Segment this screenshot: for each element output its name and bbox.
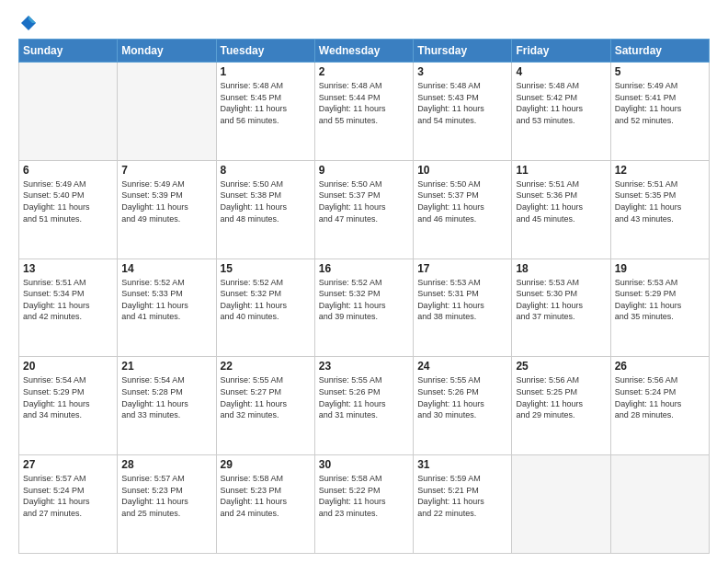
- calendar-cell: 8Sunrise: 5:50 AM Sunset: 5:38 PM Daylig…: [216, 160, 314, 259]
- day-number: 21: [121, 360, 211, 373]
- day-info: Sunrise: 5:58 AM Sunset: 5:23 PM Dayligh…: [221, 473, 311, 519]
- calendar-cell: 20Sunrise: 5:54 AM Sunset: 5:29 PM Dayli…: [19, 357, 118, 455]
- day-info: Sunrise: 5:53 AM Sunset: 5:29 PM Dayligh…: [615, 277, 705, 323]
- calendar-cell: 11Sunrise: 5:51 AM Sunset: 5:36 PM Dayli…: [512, 160, 610, 259]
- calendar-table: SundayMondayTuesdayWednesdayThursdayFrid…: [18, 39, 710, 554]
- day-info: Sunrise: 5:49 AM Sunset: 5:41 PM Dayligh…: [615, 80, 705, 126]
- day-number: 10: [417, 164, 507, 177]
- calendar-cell: 23Sunrise: 5:55 AM Sunset: 5:26 PM Dayli…: [314, 357, 413, 455]
- calendar-cell: 24Sunrise: 5:55 AM Sunset: 5:26 PM Dayli…: [414, 357, 512, 455]
- day-number: 30: [319, 458, 409, 471]
- day-info: Sunrise: 5:55 AM Sunset: 5:27 PM Dayligh…: [221, 374, 311, 420]
- calendar-cell: 14Sunrise: 5:52 AM Sunset: 5:33 PM Dayli…: [118, 259, 216, 357]
- week-row-5: 27Sunrise: 5:57 AM Sunset: 5:24 PM Dayli…: [19, 455, 710, 554]
- day-info: Sunrise: 5:55 AM Sunset: 5:26 PM Dayligh…: [417, 374, 507, 420]
- day-info: Sunrise: 5:48 AM Sunset: 5:43 PM Dayligh…: [417, 80, 507, 126]
- day-number: 5: [615, 65, 705, 78]
- logo-icon: [20, 15, 37, 31]
- day-info: Sunrise: 5:52 AM Sunset: 5:32 PM Dayligh…: [221, 277, 311, 323]
- day-info: Sunrise: 5:57 AM Sunset: 5:24 PM Dayligh…: [23, 473, 113, 519]
- week-row-1: 1Sunrise: 5:48 AM Sunset: 5:45 PM Daylig…: [19, 63, 710, 161]
- day-number: 3: [417, 65, 507, 78]
- day-number: 14: [121, 262, 211, 275]
- day-info: Sunrise: 5:51 AM Sunset: 5:34 PM Dayligh…: [23, 277, 113, 323]
- day-number: 11: [516, 164, 606, 177]
- day-number: 23: [319, 360, 409, 373]
- logo: [18, 15, 37, 31]
- calendar-cell: 28Sunrise: 5:57 AM Sunset: 5:23 PM Dayli…: [118, 455, 216, 554]
- calendar-cell: 9Sunrise: 5:50 AM Sunset: 5:37 PM Daylig…: [314, 160, 413, 259]
- calendar-cell: 16Sunrise: 5:52 AM Sunset: 5:32 PM Dayli…: [314, 259, 413, 357]
- calendar-cell: 6Sunrise: 5:49 AM Sunset: 5:40 PM Daylig…: [19, 160, 118, 259]
- calendar-cell: [610, 455, 709, 554]
- calendar-cell: 2Sunrise: 5:48 AM Sunset: 5:44 PM Daylig…: [314, 63, 413, 161]
- day-number: 27: [23, 458, 113, 471]
- day-info: Sunrise: 5:56 AM Sunset: 5:25 PM Dayligh…: [516, 374, 606, 420]
- day-info: Sunrise: 5:52 AM Sunset: 5:33 PM Dayligh…: [121, 277, 211, 323]
- day-info: Sunrise: 5:48 AM Sunset: 5:45 PM Dayligh…: [221, 80, 311, 126]
- day-info: Sunrise: 5:48 AM Sunset: 5:44 PM Dayligh…: [319, 80, 409, 126]
- calendar-cell: 5Sunrise: 5:49 AM Sunset: 5:41 PM Daylig…: [610, 63, 709, 161]
- day-number: 28: [121, 458, 211, 471]
- calendar-cell: 26Sunrise: 5:56 AM Sunset: 5:24 PM Dayli…: [610, 357, 709, 455]
- day-number: 15: [221, 262, 311, 275]
- day-info: Sunrise: 5:52 AM Sunset: 5:32 PM Dayligh…: [319, 277, 409, 323]
- day-number: 17: [417, 262, 507, 275]
- day-info: Sunrise: 5:54 AM Sunset: 5:29 PM Dayligh…: [23, 374, 113, 420]
- calendar-cell: [118, 63, 216, 161]
- day-number: 19: [615, 262, 705, 275]
- day-number: 6: [23, 164, 113, 177]
- day-info: Sunrise: 5:57 AM Sunset: 5:23 PM Dayligh…: [121, 473, 211, 519]
- day-info: Sunrise: 5:53 AM Sunset: 5:31 PM Dayligh…: [417, 277, 507, 323]
- day-number: 2: [319, 65, 409, 78]
- day-info: Sunrise: 5:50 AM Sunset: 5:38 PM Dayligh…: [221, 178, 311, 224]
- calendar-cell: 30Sunrise: 5:58 AM Sunset: 5:22 PM Dayli…: [314, 455, 413, 554]
- day-info: Sunrise: 5:49 AM Sunset: 5:39 PM Dayligh…: [121, 178, 211, 224]
- week-row-3: 13Sunrise: 5:51 AM Sunset: 5:34 PM Dayli…: [19, 259, 710, 357]
- calendar-cell: [19, 63, 118, 161]
- weekday-header-wednesday: Wednesday: [314, 40, 413, 63]
- day-info: Sunrise: 5:50 AM Sunset: 5:37 PM Dayligh…: [417, 178, 507, 224]
- day-info: Sunrise: 5:49 AM Sunset: 5:40 PM Dayligh…: [23, 178, 113, 224]
- day-info: Sunrise: 5:51 AM Sunset: 5:35 PM Dayligh…: [615, 178, 705, 224]
- calendar-cell: 17Sunrise: 5:53 AM Sunset: 5:31 PM Dayli…: [414, 259, 512, 357]
- day-number: 12: [615, 164, 705, 177]
- day-number: 25: [516, 360, 606, 373]
- calendar-cell: 12Sunrise: 5:51 AM Sunset: 5:35 PM Dayli…: [610, 160, 709, 259]
- day-number: 18: [516, 262, 606, 275]
- calendar-header-row: SundayMondayTuesdayWednesdayThursdayFrid…: [19, 40, 710, 63]
- day-number: 1: [221, 65, 311, 78]
- calendar-cell: 19Sunrise: 5:53 AM Sunset: 5:29 PM Dayli…: [610, 259, 709, 357]
- day-info: Sunrise: 5:48 AM Sunset: 5:42 PM Dayligh…: [516, 80, 606, 126]
- calendar-cell: 4Sunrise: 5:48 AM Sunset: 5:42 PM Daylig…: [512, 63, 610, 161]
- day-number: 9: [319, 164, 409, 177]
- page: SundayMondayTuesdayWednesdayThursdayFrid…: [0, 0, 728, 563]
- day-info: Sunrise: 5:55 AM Sunset: 5:26 PM Dayligh…: [319, 374, 409, 420]
- calendar-cell: 31Sunrise: 5:59 AM Sunset: 5:21 PM Dayli…: [414, 455, 512, 554]
- weekday-header-tuesday: Tuesday: [216, 40, 314, 63]
- day-number: 26: [615, 360, 705, 373]
- calendar-cell: 22Sunrise: 5:55 AM Sunset: 5:27 PM Dayli…: [216, 357, 314, 455]
- day-number: 16: [319, 262, 409, 275]
- day-info: Sunrise: 5:53 AM Sunset: 5:30 PM Dayligh…: [516, 277, 606, 323]
- calendar-cell: 7Sunrise: 5:49 AM Sunset: 5:39 PM Daylig…: [118, 160, 216, 259]
- weekday-header-sunday: Sunday: [19, 40, 118, 63]
- day-number: 31: [417, 458, 507, 471]
- day-info: Sunrise: 5:50 AM Sunset: 5:37 PM Dayligh…: [319, 178, 409, 224]
- weekday-header-friday: Friday: [512, 40, 610, 63]
- header: [18, 15, 710, 31]
- day-number: 13: [23, 262, 113, 275]
- day-info: Sunrise: 5:59 AM Sunset: 5:21 PM Dayligh…: [417, 473, 507, 519]
- weekday-header-saturday: Saturday: [610, 40, 709, 63]
- week-row-4: 20Sunrise: 5:54 AM Sunset: 5:29 PM Dayli…: [19, 357, 710, 455]
- day-number: 8: [221, 164, 311, 177]
- calendar-cell: 15Sunrise: 5:52 AM Sunset: 5:32 PM Dayli…: [216, 259, 314, 357]
- day-info: Sunrise: 5:58 AM Sunset: 5:22 PM Dayligh…: [319, 473, 409, 519]
- day-number: 7: [121, 164, 211, 177]
- day-number: 24: [417, 360, 507, 373]
- weekday-header-monday: Monday: [118, 40, 216, 63]
- calendar-cell: [512, 455, 610, 554]
- week-row-2: 6Sunrise: 5:49 AM Sunset: 5:40 PM Daylig…: [19, 160, 710, 259]
- calendar-cell: 27Sunrise: 5:57 AM Sunset: 5:24 PM Dayli…: [19, 455, 118, 554]
- calendar-cell: 21Sunrise: 5:54 AM Sunset: 5:28 PM Dayli…: [118, 357, 216, 455]
